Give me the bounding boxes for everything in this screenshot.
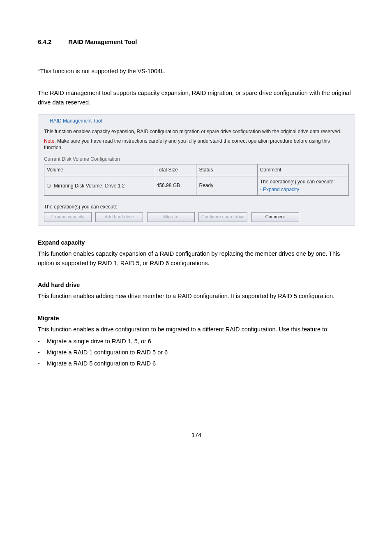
radio-icon[interactable]: [47, 184, 51, 188]
configure-spare-drive-button[interactable]: Configure spare drive: [198, 212, 247, 222]
cell-total-size: 456.98 GB: [154, 176, 196, 195]
comment-link[interactable]: - Expand capacity: [260, 187, 299, 192]
panel-title: RAID Management Tool: [50, 118, 102, 124]
panel-note: Note: Make sure you have read the instru…: [44, 138, 349, 152]
panel-title-row: - RAID Management Tool: [44, 117, 349, 125]
page-number: 174: [38, 430, 355, 440]
document-page: 6.4.2 RAID Management Tool *This functio…: [0, 0, 392, 465]
expand-heading: Expand capacity: [38, 238, 355, 247]
expand-capacity-button[interactable]: Expand capacity: [44, 212, 92, 222]
section-title: RAID Management Tool: [68, 38, 137, 45]
bullet-text: Migrate a single drive to RAID 1, 5, or …: [47, 338, 151, 345]
col-volume: Volume: [44, 164, 154, 176]
table-subheading: Current Disk Volume Configuration: [44, 155, 349, 163]
add-heading: Add hard drive: [38, 280, 355, 290]
section-heading: 6.4.2 RAID Management Tool: [38, 37, 355, 47]
panel-dash: -: [44, 118, 46, 124]
col-status: Status: [196, 164, 257, 176]
section-number: 6.4.2: [38, 37, 67, 47]
bullet-text: Migrate a RAID 5 configuration to RAID 6: [47, 360, 156, 367]
list-item: -Migrate a RAID 5 configuration to RAID …: [38, 359, 355, 368]
col-comment: Comment: [257, 164, 348, 176]
add-hard-drive-button[interactable]: Add hard drive: [95, 212, 143, 222]
volumes-table: Volume Total Size Status Comment Mirrori…: [44, 164, 349, 196]
bullet-text: Migrate a RAID 1 configuration to RAID 5…: [47, 349, 168, 356]
col-total-size: Total Size: [154, 164, 196, 176]
table-header-row: Volume Total Size Status Comment: [44, 164, 349, 176]
list-item: -Migrate a single drive to RAID 1, 5, or…: [38, 337, 355, 346]
note-text: Make sure you have read the instructions…: [44, 138, 330, 151]
note-label: Note:: [44, 138, 56, 144]
migrate-button[interactable]: Migrate: [147, 212, 195, 222]
operations-row: The operation(s) you can execute: Expand…: [44, 203, 349, 222]
raid-management-panel: - RAID Management Tool This function ena…: [38, 114, 355, 226]
volume-name: Mirroring Disk Volume: Drive 1 2: [54, 183, 125, 189]
add-body: This function enables adding new drive m…: [38, 291, 355, 301]
panel-description: This function enables capacity expansion…: [44, 128, 349, 135]
cell-volume[interactable]: Mirroring Disk Volume: Drive 1 2: [44, 176, 154, 195]
paragraph-not-supported: *This function is not supported by the V…: [38, 67, 355, 76]
operations-label: The operation(s) you can execute:: [44, 203, 349, 211]
cell-status: Ready: [196, 176, 257, 195]
paragraph-intro: The RAID management tool supports capaci…: [38, 88, 355, 107]
comment-text: The operation(s) you can execute:: [260, 179, 335, 185]
list-item: -Migrate a RAID 1 configuration to RAID …: [38, 348, 355, 357]
cell-comment: The operation(s) you can execute: - Expa…: [257, 176, 348, 195]
expand-body: This function enables capacity expansion…: [38, 249, 355, 268]
migrate-heading: Migrate: [38, 314, 355, 323]
comment-button[interactable]: Comment: [251, 212, 299, 222]
table-row[interactable]: Mirroring Disk Volume: Drive 1 2 456.98 …: [44, 176, 349, 195]
migrate-body: This function enables a drive configurat…: [38, 325, 355, 334]
migrate-bullets: -Migrate a single drive to RAID 1, 5, or…: [38, 337, 355, 369]
